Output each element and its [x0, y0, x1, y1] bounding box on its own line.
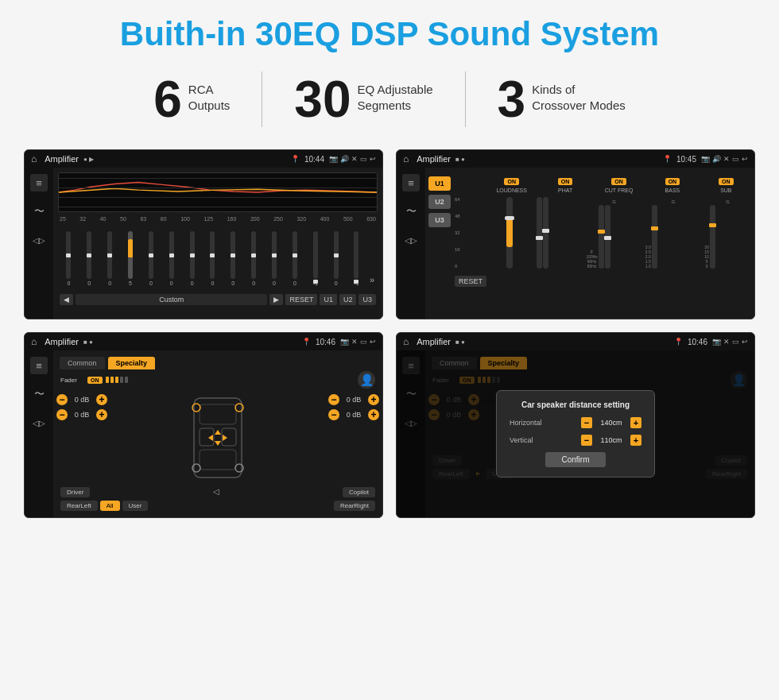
crossover-left-sidebar: ≡ 〜 ◁▷	[397, 168, 425, 319]
fader-on-badge[interactable]: ON	[87, 377, 103, 384]
eq-u2-btn[interactable]: U2	[339, 294, 357, 305]
dialog-vertical-label: Vertical	[510, 436, 533, 444]
eq-u3-btn[interactable]: U3	[358, 294, 376, 305]
speaker-sidebar-eq-icon[interactable]: ≡	[30, 357, 48, 374]
eq-next-btn[interactable]: ▶	[269, 294, 283, 305]
all-btn[interactable]: All	[100, 501, 120, 511]
phat-on[interactable]: ON	[558, 178, 573, 185]
vol-minus-rr[interactable]: −	[328, 409, 339, 420]
confirm-button[interactable]: Confirm	[545, 452, 605, 467]
dialog-vertical-minus[interactable]: −	[581, 435, 592, 446]
location-icon-crossover: 📍	[663, 155, 672, 163]
speaker-profile-icon[interactable]: 👤	[358, 371, 375, 389]
vol-plus-fl[interactable]: +	[96, 394, 107, 405]
rearleft-btn[interactable]: RearLeft	[60, 501, 98, 511]
eq-prev-btn[interactable]: ◀	[60, 294, 73, 305]
eq-slider-3[interactable]: 0	[101, 231, 119, 286]
eq-slider-10[interactable]: 0	[245, 231, 263, 286]
cutfreq-slider-col[interactable]: G F 100Hz 90Hz 80Hz	[586, 199, 641, 269]
eq-sidebar-wave-icon[interactable]: 〜	[30, 203, 48, 220]
loudness-on[interactable]: ON	[504, 178, 519, 185]
tab-specialty[interactable]: Specialty	[108, 357, 156, 369]
eq-slider-15[interactable]: -1	[347, 231, 366, 286]
eq-u1-btn[interactable]: U1	[320, 294, 337, 305]
vol-minus-rl[interactable]: −	[56, 409, 68, 420]
dialog-box: Car speaker distance setting Horizontal …	[496, 390, 655, 478]
speaker-sidebar-vol-icon[interactable]: ◁▷	[30, 414, 48, 431]
speaker-time: 10:46	[316, 338, 335, 346]
preset-u2[interactable]: U2	[428, 195, 451, 209]
eq-slider-11[interactable]: 0	[265, 231, 284, 286]
eq-slider-4[interactable]: 5	[122, 231, 140, 286]
cutfreq-on[interactable]: ON	[611, 178, 626, 185]
eq-reset-btn[interactable]: RESET	[285, 294, 317, 305]
home-icon-eq[interactable]: ⌂	[31, 153, 37, 164]
vol-minus-fr[interactable]: −	[328, 394, 339, 405]
dialog-horizontal-label: Horizontal	[510, 419, 542, 427]
dialog-horizontal-plus[interactable]: +	[630, 417, 641, 428]
speaker-layout-area: − 0 dB + − 0 dB +	[56, 390, 379, 485]
eq-slider-2[interactable]: 0	[80, 231, 99, 286]
svg-rect-0	[194, 398, 242, 478]
home-icon-crossover[interactable]: ⌂	[403, 153, 409, 164]
fader-bar	[106, 377, 128, 383]
eq-slider-12[interactable]: 0	[285, 231, 304, 286]
eq-sidebar-vol-icon[interactable]: ◁▷	[30, 231, 48, 249]
user-btn[interactable]: User	[122, 501, 149, 511]
dialog-horizontal-val-row: − 140cm +	[581, 417, 641, 428]
preset-u3[interactable]: U3	[428, 213, 451, 227]
eq-slider-14[interactable]: 0	[327, 231, 345, 286]
dialog-vertical-val: 110cm	[595, 436, 627, 444]
eq-slider-13[interactable]: -1	[306, 231, 324, 286]
vol-plus-rr[interactable]: +	[368, 409, 379, 420]
home-icon-speaker[interactable]: ⌂	[31, 336, 37, 347]
eq-slider-6[interactable]: 0	[162, 231, 180, 286]
eq-preset-label: Custom	[76, 294, 267, 305]
left-vol-controls: − 0 dB + − 0 dB +	[56, 390, 107, 420]
preset-u1[interactable]: U1	[428, 176, 451, 191]
page-title: Buith-in 30EQ DSP Sound System	[24, 16, 755, 52]
eq-slider-5[interactable]: 0	[141, 231, 160, 286]
bass-slider-col[interactable]: G 3.0 2.5 2.0 1.5 1.0	[645, 199, 701, 269]
eq-slider-8[interactable]: 0	[203, 231, 222, 286]
speaker-sidebar-wave-icon[interactable]: 〜	[30, 385, 48, 403]
vol-plus-fr[interactable]: +	[368, 394, 379, 405]
eq-slider-9[interactable]: 0	[224, 231, 242, 286]
crossover-screen-body: ≡ 〜 ◁▷ U1 U2 U3 ONLOUDNESS ONPHAT	[397, 168, 754, 319]
dialog-vertical-val-row: − 110cm +	[581, 435, 641, 446]
eq-bottom-bar: ◀ Custom ▶ RESET U1 U2 U3	[58, 292, 378, 307]
dialog-vertical-plus[interactable]: +	[630, 435, 641, 446]
dialog-horizontal-val: 140cm	[595, 419, 627, 427]
tab-common[interactable]: Common	[60, 357, 105, 369]
phat-slider-col[interactable]	[537, 197, 583, 269]
eq-curve-svg	[59, 173, 377, 211]
dialog-horizontal-row: Horizontal − 140cm +	[510, 417, 641, 428]
eq-slider-7[interactable]: 0	[183, 231, 201, 286]
home-icon-speaker-dialog[interactable]: ⌂	[403, 336, 409, 347]
dialog-horizontal-minus[interactable]: −	[581, 417, 592, 428]
crossover-sidebar-wave-icon[interactable]: 〜	[402, 203, 420, 220]
vol-minus-fl[interactable]: −	[56, 394, 68, 405]
status-bar-speaker-dialog: ⌂ Amplifier ■ ● 📍 10:46 📷✕▭↩	[397, 333, 754, 350]
rearright-btn[interactable]: RearRight	[334, 501, 375, 511]
eq-main-content: 2532405063 80100125160200 25032040050063…	[53, 168, 382, 319]
channel-headers: ONLOUDNESS ONPHAT ONCUT FREQ ONBASS ONSU…	[455, 172, 751, 195]
crossover-sidebar-vol-icon[interactable]: ◁▷	[402, 231, 420, 249]
eq-sliders-area: 0 0 0 5	[58, 226, 378, 289]
loudness-slider-col[interactable]	[486, 197, 533, 269]
sub-on[interactable]: ON	[719, 178, 734, 185]
sub-slider-col[interactable]: G 20 15 10 5 0	[704, 199, 751, 269]
eq-expand-icon[interactable]: »	[368, 273, 376, 286]
crossover-time: 10:45	[676, 155, 696, 164]
fader-label: Fader	[60, 377, 84, 384]
crossover-reset-btn[interactable]: RESET	[455, 276, 486, 287]
driver-btn[interactable]: Driver	[60, 487, 90, 497]
bass-on[interactable]: ON	[665, 178, 680, 185]
vol-plus-rl[interactable]: +	[96, 409, 107, 420]
stat-rca: 6 RCAOutputs	[122, 74, 262, 125]
copilot-btn[interactable]: Copilot	[343, 487, 375, 497]
eq-sidebar-eq-icon[interactable]: ≡	[30, 174, 48, 191]
crossover-sliders: 64 48 32 16 0	[455, 197, 751, 269]
eq-slider-1[interactable]: 0	[60, 231, 78, 286]
crossover-sidebar-eq-icon[interactable]: ≡	[402, 174, 420, 191]
